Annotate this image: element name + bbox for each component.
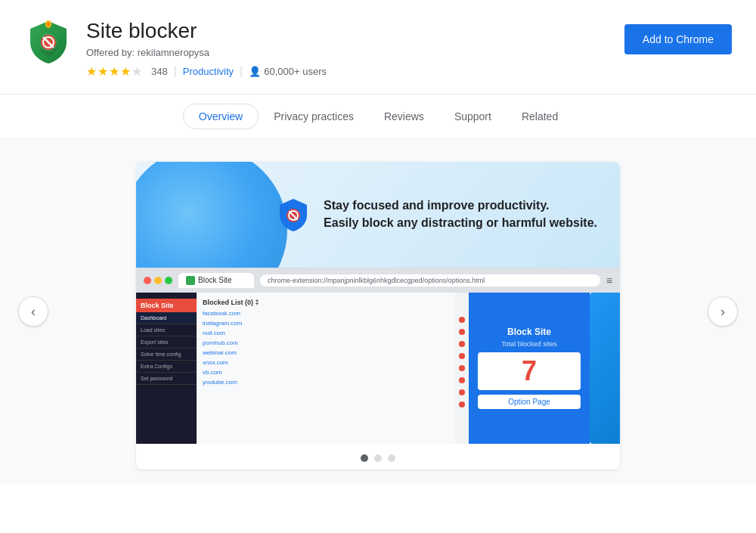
stats-panel: Block Site Total blocked sites 7 Option … (469, 293, 590, 444)
red-dot (459, 341, 465, 347)
mock-browser: Block Site chrome-extension://mpanjpninl… (136, 268, 620, 444)
red-dot (459, 317, 465, 323)
list-item: pornhub.com (203, 339, 449, 347)
svg-point-5 (47, 22, 50, 26)
hero-area: Stay focused and improve productivity. E… (136, 162, 620, 268)
sidebar-item-time: Solve time config (136, 349, 197, 361)
star-rating: ★ ★ ★ ★ ★ (86, 64, 142, 79)
category-link[interactable]: Productivity (183, 66, 234, 77)
tab-favicon (186, 276, 195, 285)
hero-text: Stay focused and improve productivity. E… (324, 197, 597, 231)
tab-reviews[interactable]: Reviews (369, 104, 439, 129)
star-2: ★ (98, 64, 108, 79)
carousel-prev-button[interactable]: ‹ (18, 296, 48, 327)
minimize-light (154, 277, 162, 284)
browser-body: Block Site Dashboard Load sites Export s… (136, 293, 620, 444)
tab-label: Block Site (198, 276, 231, 284)
header-left: Site blocker Offered by: rekilamneropysa… (24, 18, 327, 79)
headline-line1: Stay focused and improve productivity. E… (324, 197, 597, 231)
main-panel: Blocked List (0) ‡ facebook.com instagra… (197, 293, 455, 444)
total-blocked-label: Total blocked sites (501, 340, 557, 348)
extension-info: Site blocker Offered by: rekilamneropysa… (86, 18, 327, 79)
block-site-panel-title: Block Site (507, 327, 551, 337)
sidebar-item-extra: Extra Configs (136, 361, 197, 373)
carousel-dot-1[interactable] (361, 454, 368, 462)
red-dot (459, 365, 465, 371)
red-dot (459, 389, 465, 395)
carousel-content: Stay focused and improve productivity. E… (136, 162, 620, 469)
sidebar-item-load: Load sites (136, 324, 197, 336)
list-item: vb.com (203, 368, 449, 377)
option-page-link[interactable]: Option Page (478, 395, 581, 409)
sidebar-item-dashboard: Dashboard (136, 312, 197, 324)
navigation-tabs: Overview Privacy practices Reviews Suppo… (0, 95, 756, 139)
person-icon: 👤 (249, 66, 261, 77)
carousel-dot-2[interactable] (374, 454, 382, 462)
tab-support[interactable]: Support (439, 104, 507, 129)
tab-privacy[interactable]: Privacy practices (259, 104, 369, 129)
star-4: ★ (120, 64, 131, 79)
carousel-dot-3[interactable] (388, 454, 395, 462)
red-dot (459, 401, 465, 407)
extension-header: Site blocker Offered by: rekilamneropysa… (0, 0, 756, 94)
extension-meta: ★ ★ ★ ★ ★ 348 | Productivity | 👤 60,000+… (86, 64, 327, 79)
extension-title: Site blocker (86, 18, 327, 44)
traffic-lights (144, 277, 172, 284)
meta-separator-2: | (240, 64, 243, 78)
rating-count: 348 (151, 66, 168, 77)
extension-author: Offered by: rekilamneropysa (86, 47, 327, 58)
list-item: null.com (203, 329, 449, 337)
list-item: webinar.com (203, 349, 449, 357)
extension-icon (24, 18, 73, 67)
app-sidebar: Block Site Dashboard Load sites Export s… (136, 293, 197, 444)
red-dot (459, 329, 465, 335)
browser-menu-icon: ≡ (606, 274, 612, 287)
browser-chrome-bar: Block Site chrome-extension://mpanjpninl… (136, 268, 620, 293)
maximize-light (165, 277, 172, 284)
hero-shield-icon (275, 197, 311, 233)
add-to-chrome-button[interactable]: Add to Chrome (624, 24, 732, 54)
carousel-next-button[interactable]: › (708, 296, 738, 327)
carousel-dots (136, 444, 620, 469)
sidebar-title: Block Site (136, 299, 197, 312)
sidebar-item-export: Export sites (136, 336, 197, 349)
list-item: xnxx.com (203, 358, 449, 367)
red-dot (459, 353, 465, 359)
sidebar-item-password: Set password (136, 373, 197, 385)
hero-text-area: Stay focused and improve productivity. E… (139, 178, 620, 251)
red-dots-column (455, 293, 469, 444)
meta-separator: | (174, 64, 177, 78)
tab-related[interactable]: Related (507, 104, 573, 129)
star-5: ★ (132, 64, 142, 79)
star-1: ★ (86, 64, 97, 79)
list-item: youtube.com (203, 378, 449, 386)
tab-overview[interactable]: Overview (183, 104, 259, 129)
browser-tab: Block Site (178, 273, 254, 288)
decorative-blue-panel (590, 293, 620, 444)
blocked-list: facebook.com instagram.com null.com porn… (203, 309, 449, 386)
carousel-section: ‹ Stay focused and improve productivity.… (0, 139, 756, 485)
red-dot (459, 377, 465, 383)
list-item: instagram.com (203, 319, 449, 327)
browser-url-bar: chrome-extension://mpanjpninlkblg6nhkgdl… (260, 274, 600, 287)
blocked-list-header: Blocked List (0) ‡ (203, 299, 449, 306)
star-3: ★ (109, 64, 119, 79)
close-light (144, 277, 151, 284)
list-item: facebook.com (203, 309, 449, 318)
users-count: 60,000+ users (264, 66, 327, 77)
users-info: 👤 60,000+ users (249, 66, 327, 77)
blocked-count: 7 (478, 352, 581, 390)
